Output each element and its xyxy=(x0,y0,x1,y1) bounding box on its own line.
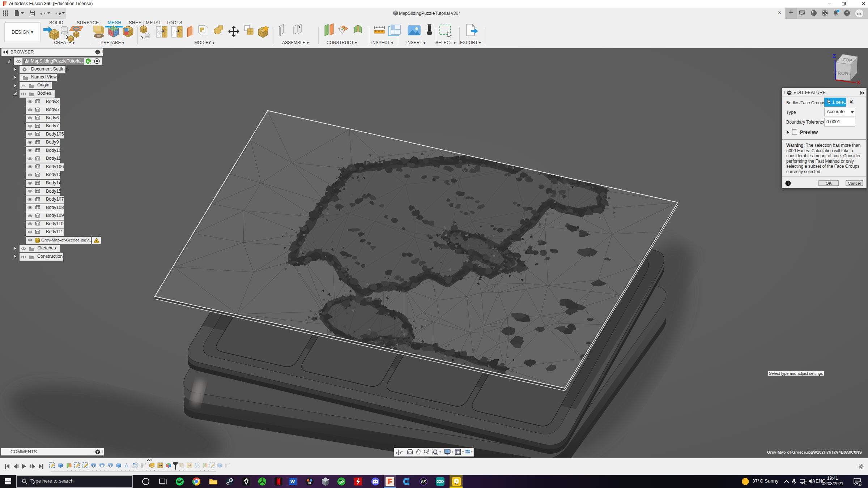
svg-text:Pts: Pts xyxy=(455,483,458,485)
svg-text:Z: Z xyxy=(833,53,836,59)
svg-text:3: 3 xyxy=(859,482,861,485)
svg-text:X: X xyxy=(857,79,860,85)
svg-text:FX: FX xyxy=(421,480,426,484)
svg-text:KB: KB xyxy=(857,12,862,16)
svg-text:FRONT: FRONT xyxy=(834,70,852,76)
svg-text:K: K xyxy=(87,60,90,63)
svg-text:?: ? xyxy=(846,11,848,15)
